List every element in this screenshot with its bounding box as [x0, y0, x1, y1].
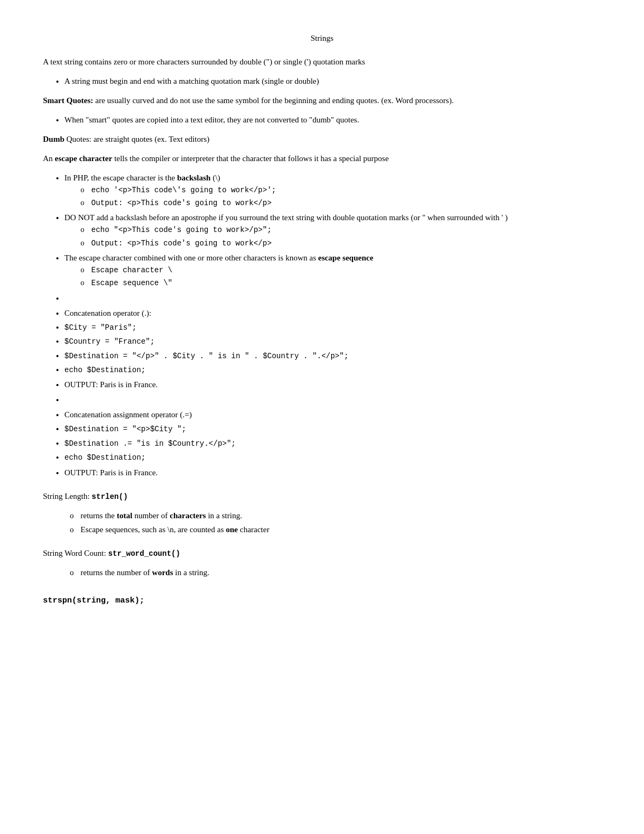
list-item: The escape character combined with one o…: [64, 251, 601, 289]
list-item-output2: OUTPUT: Paris is in France.: [64, 466, 601, 479]
sub-list-item: echo '<p>This code\'s going to work</p>'…: [80, 184, 601, 196]
escape-bullets-list: In PHP, the escape character is the back…: [64, 171, 601, 479]
list-item-dest3: $Destination .= "is in $Country.</p>";: [64, 438, 601, 449]
strlen-section: String Length: strlen() returns the tota…: [43, 490, 601, 536]
intro-paragraph: A text string contains zero or more char…: [43, 55, 601, 68]
escape-bullet1-bold: backslash: [177, 173, 211, 182]
strlen-list: returns the total number of characters i…: [70, 509, 601, 536]
list-item: When "smart" quotes are copied into a te…: [64, 113, 601, 126]
escape-bold-text: escape character: [55, 154, 112, 163]
dumb-quotes-text: Quotes: are straight quotes (ex. Text ed…: [64, 135, 209, 143]
str-word-section: String Word Count: str_word_count() retu…: [43, 547, 601, 579]
strlen-list-item-2: Escape sequences, such as \n, are counte…: [70, 523, 601, 536]
escape-bullet3-before: The escape character combined with one o…: [64, 253, 318, 262]
smart-quotes-paragraph: Smart Quotes: are usually curved and do …: [43, 94, 601, 107]
string-rules-list: A string must begin and end with a match…: [64, 75, 601, 88]
list-item-concat-operator: Concatenation operator (.):: [64, 307, 601, 320]
escape-intro-paragraph: An escape character tells the compiler o…: [43, 152, 601, 165]
escape-sub-list-3: Escape character \ Escape sequence \": [80, 264, 601, 289]
list-item-output1: OUTPUT: Paris is in France.: [64, 378, 601, 391]
list-item-echo-dest2: echo $Destination;: [64, 452, 601, 463]
str-word-func: str_word_count(): [108, 549, 180, 558]
strspn-heading: strspn(string, mask);: [43, 595, 601, 607]
escape-bullet1-after: (\): [210, 173, 220, 182]
list-item: DO NOT add a backslash before an apostro…: [64, 211, 601, 249]
strlen-list-item-1: returns the total number of characters i…: [70, 509, 601, 522]
list-item-city: $City = "Paris";: [64, 322, 601, 333]
sub-list-item: Output: <p>This code's going to work</p>: [80, 237, 601, 249]
list-item-empty2: [64, 393, 601, 406]
escape-sub-list-1: echo '<p>This code\'s going to work</p>'…: [80, 184, 601, 209]
escape-rest-text: tells the compiler or interpreter that t…: [112, 154, 389, 163]
list-item-destination: $Destination = "</p>" . $City . " is in …: [64, 350, 601, 362]
list-item: In PHP, the escape character is the back…: [64, 171, 601, 209]
strlen-label: String Length:: [43, 492, 92, 501]
list-item-echo-dest: echo $Destination;: [64, 364, 601, 376]
list-item-empty: [64, 292, 601, 304]
list-item: A string must begin and end with a match…: [64, 75, 601, 88]
list-item-country: $Country = "France";: [64, 336, 601, 347]
escape-bullet3-bold: escape sequence: [318, 253, 374, 262]
str-word-label: String Word Count:: [43, 549, 108, 557]
dumb-quotes-bold: Dumb: [43, 135, 64, 143]
page-title: Strings: [43, 32, 601, 45]
smart-quotes-text: are usually curved and do not use the sa…: [93, 96, 454, 105]
strspn-section: strspn(string, mask);: [43, 595, 601, 607]
smart-quotes-list: When "smart" quotes are copied into a te…: [64, 113, 601, 126]
dumb-quotes-paragraph: Dumb Quotes: are straight quotes (ex. Te…: [43, 133, 601, 146]
str-word-list: returns the number of words in a string.: [70, 566, 601, 579]
sub-list-item: Escape character \: [80, 264, 601, 276]
escape-bullet1-before: In PHP, the escape character is the: [64, 173, 177, 182]
smart-quotes-bold: Smart Quotes:: [43, 96, 93, 105]
list-item-dest2: $Destination = "<p>$City ";: [64, 423, 601, 435]
sub-list-item: Output: <p>This code's going to work</p>: [80, 197, 601, 209]
escape-intro-text: An: [43, 154, 55, 163]
strlen-heading-paragraph: String Length: strlen(): [43, 490, 601, 503]
sub-list-item: Escape sequence \": [80, 277, 601, 289]
str-word-heading-paragraph: String Word Count: str_word_count(): [43, 547, 601, 560]
escape-sub-list-2: echo "<p>This code's going to work>/p>";…: [80, 224, 601, 249]
str-word-list-item: returns the number of words in a string.: [70, 566, 601, 579]
list-item-concat-assign: Concatenation assignment operator (.=): [64, 408, 601, 421]
sub-list-item: echo "<p>This code's going to work>/p>";: [80, 224, 601, 236]
strlen-func: strlen(): [92, 492, 128, 501]
